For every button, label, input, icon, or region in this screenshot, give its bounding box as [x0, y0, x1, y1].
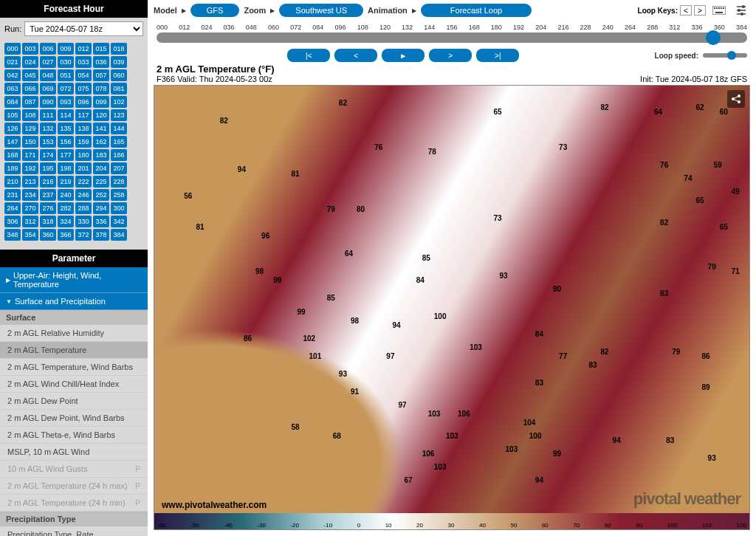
accordion-upper-air[interactable]: ▶Upper-Air: Height, Wind, Temperature: [0, 267, 148, 293]
hour-111[interactable]: 111: [40, 109, 56, 121]
hour-183[interactable]: 183: [93, 149, 109, 161]
hour-072[interactable]: 072: [58, 83, 74, 95]
param-item[interactable]: MSLP, 10 m AGL Wind: [0, 444, 148, 461]
hour-024[interactable]: 024: [22, 56, 38, 68]
hour-222[interactable]: 222: [75, 176, 92, 188]
hour-030[interactable]: 030: [58, 56, 74, 68]
hour-090[interactable]: 090: [40, 96, 56, 108]
hour-336[interactable]: 336: [93, 216, 109, 227]
hour-324[interactable]: 324: [58, 216, 74, 227]
hour-219[interactable]: 219: [58, 176, 74, 188]
hour-354[interactable]: 354: [22, 229, 38, 241]
hour-366[interactable]: 366: [58, 229, 74, 241]
hour-078[interactable]: 078: [93, 83, 109, 95]
hour-318[interactable]: 318: [40, 216, 56, 227]
hour-027[interactable]: 027: [40, 56, 56, 68]
next-button[interactable]: >: [429, 49, 472, 62]
hour-300[interactable]: 300: [111, 202, 127, 214]
animation-button[interactable]: Forecast Loop: [421, 4, 532, 17]
hour-006[interactable]: 006: [40, 43, 56, 55]
hour-051[interactable]: 051: [58, 69, 74, 81]
hour-009[interactable]: 009: [58, 43, 74, 55]
hour-018[interactable]: 018: [111, 43, 127, 55]
hour-159[interactable]: 159: [75, 136, 92, 148]
hour-135[interactable]: 135: [58, 123, 74, 134]
param-precip-type-rate[interactable]: Precipitation Type, Rate: [0, 526, 148, 536]
hour-168[interactable]: 168: [4, 149, 21, 161]
hour-204[interactable]: 204: [93, 162, 109, 174]
hour-093[interactable]: 093: [58, 96, 74, 108]
hour-084[interactable]: 084: [4, 96, 21, 108]
model-button[interactable]: GFS: [190, 4, 240, 17]
hour-129[interactable]: 129: [22, 123, 38, 134]
hour-225[interactable]: 225: [93, 176, 109, 188]
hour-177[interactable]: 177: [58, 149, 74, 161]
hour-147[interactable]: 147: [4, 136, 21, 148]
hour-069[interactable]: 069: [40, 83, 56, 95]
hour-000[interactable]: 000: [4, 43, 21, 55]
zoom-button[interactable]: Southwest US: [279, 4, 363, 17]
hour-216[interactable]: 216: [40, 176, 56, 188]
hour-120[interactable]: 120: [93, 109, 109, 121]
hour-042[interactable]: 042: [4, 69, 21, 81]
hour-081[interactable]: 081: [111, 83, 127, 95]
param-item[interactable]: 2 m AGL Temperature, Wind Barbs: [0, 359, 148, 376]
hour-348[interactable]: 348: [4, 229, 21, 241]
hour-237[interactable]: 237: [40, 189, 56, 201]
hour-156[interactable]: 156: [58, 136, 74, 148]
hour-141[interactable]: 141: [93, 123, 109, 134]
hour-033[interactable]: 033: [75, 56, 92, 68]
hour-258[interactable]: 258: [111, 189, 127, 201]
hour-294[interactable]: 294: [93, 202, 109, 214]
speed-thumb[interactable]: [727, 51, 736, 60]
hour-264[interactable]: 264: [4, 202, 21, 214]
hour-108[interactable]: 108: [22, 109, 38, 121]
hour-099[interactable]: 099: [93, 96, 109, 108]
hour-228[interactable]: 228: [111, 176, 127, 188]
hour-207[interactable]: 207: [111, 162, 127, 174]
hour-087[interactable]: 087: [22, 96, 38, 108]
hour-138[interactable]: 138: [75, 123, 92, 134]
hour-360[interactable]: 360: [40, 229, 56, 241]
hour-117[interactable]: 117: [75, 109, 92, 121]
hour-132[interactable]: 132: [40, 123, 56, 134]
hour-240[interactable]: 240: [58, 189, 74, 201]
param-item[interactable]: 2 m AGL Dew Point, Wind Barbs: [0, 410, 148, 427]
keyboard-icon[interactable]: [710, 4, 728, 17]
hour-231[interactable]: 231: [4, 189, 21, 201]
hour-021[interactable]: 021: [4, 56, 21, 68]
play-button[interactable]: ►: [382, 49, 425, 62]
hour-378[interactable]: 378: [93, 229, 109, 241]
hour-171[interactable]: 171: [22, 149, 38, 161]
param-item[interactable]: 2 m AGL Temperature: [0, 342, 148, 359]
param-item[interactable]: 2 m AGL Dew Point: [0, 393, 148, 410]
hour-015[interactable]: 015: [93, 43, 109, 55]
hour-057[interactable]: 057: [93, 69, 109, 81]
loop-key-prev[interactable]: <: [680, 5, 692, 16]
hour-066[interactable]: 066: [22, 83, 38, 95]
hour-114[interactable]: 114: [58, 109, 74, 121]
hour-102[interactable]: 102: [111, 96, 127, 108]
hour-054[interactable]: 054: [75, 69, 92, 81]
hour-342[interactable]: 342: [111, 216, 127, 227]
hour-330[interactable]: 330: [75, 216, 92, 227]
param-item[interactable]: 2 m AGL Wind Chill/Heat Index: [0, 376, 148, 393]
hour-036[interactable]: 036: [93, 56, 109, 68]
hour-195[interactable]: 195: [40, 162, 56, 174]
hour-234[interactable]: 234: [22, 189, 38, 201]
hour-165[interactable]: 165: [111, 136, 127, 148]
speed-slider[interactable]: [703, 53, 747, 58]
hour-150[interactable]: 150: [22, 136, 38, 148]
loop-key-next[interactable]: >: [694, 5, 706, 16]
hour-174[interactable]: 174: [40, 149, 56, 161]
hour-180[interactable]: 180: [75, 149, 92, 161]
hour-060[interactable]: 060: [111, 69, 127, 81]
hour-198[interactable]: 198: [58, 162, 74, 174]
hour-144[interactable]: 144: [111, 123, 127, 134]
hour-201[interactable]: 201: [75, 162, 92, 174]
hour-210[interactable]: 210: [4, 176, 21, 188]
hour-186[interactable]: 186: [111, 149, 127, 161]
hour-288[interactable]: 288: [75, 202, 92, 214]
hour-075[interactable]: 075: [75, 83, 92, 95]
slider-thumb[interactable]: [706, 30, 721, 45]
